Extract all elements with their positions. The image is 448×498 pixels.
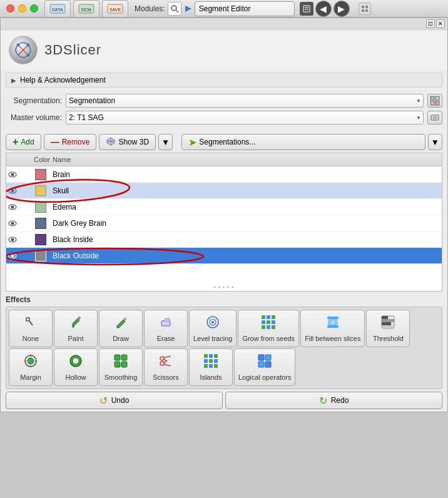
add-button[interactable]: + Add: [6, 134, 41, 150]
back-button[interactable]: ◀: [315, 1, 332, 17]
eye-icon[interactable]: [6, 171, 19, 178]
add-icon: +: [13, 136, 18, 148]
segmentations-button[interactable]: ➤ Segmentations...: [181, 134, 425, 150]
table-row[interactable]: Edema: [6, 199, 442, 215]
svg-rect-88: [204, 359, 208, 363]
show-3d-dropdown[interactable]: ▼: [158, 134, 173, 150]
pin-btn[interactable]: [300, 2, 313, 16]
erase-effect-button[interactable]: Erase: [144, 310, 188, 347]
islands-effect-button[interactable]: Islands: [189, 348, 233, 386]
segmentation-row: Segmentation: Segmentation ▼: [6, 94, 442, 108]
level-tracing-effect-button[interactable]: Level tracing: [189, 310, 237, 347]
title-bar: DATA DCM SAVE Modules:: [0, 0, 448, 18]
close-button[interactable]: [6, 4, 14, 13]
redo-label: Redo: [331, 396, 349, 405]
view-btn[interactable]: [359, 3, 371, 15]
svg-point-74: [73, 358, 79, 364]
volume-icon-btn[interactable]: [427, 111, 442, 124]
fill-between-slices-icon: [325, 315, 340, 332]
segmentations-dropdown[interactable]: ▼: [428, 134, 442, 150]
eye-icon[interactable]: [6, 188, 19, 194]
table-row[interactable]: Brain: [6, 166, 442, 183]
grow-from-seeds-icon: [261, 315, 276, 332]
maximize-button[interactable]: [30, 4, 38, 13]
redo-button[interactable]: ↻ Redo: [225, 392, 442, 409]
color-swatch-edema: [31, 200, 50, 214]
forward-button[interactable]: ▶: [333, 1, 350, 17]
svg-rect-93: [214, 364, 218, 368]
svg-rect-25: [435, 101, 439, 105]
svg-rect-26: [431, 115, 439, 120]
none-label: None: [23, 335, 39, 342]
segmentation-select-wrapper: Segmentation ▼: [66, 94, 424, 108]
master-volume-select[interactable]: 2: T1 SAG: [66, 111, 424, 124]
smoothing-effect-button[interactable]: Smoothing: [99, 348, 143, 386]
color-column-header: Color: [31, 155, 50, 165]
svg-point-30: [11, 173, 14, 176]
table-row[interactable]: Dark Grey Brain: [6, 215, 442, 231]
eye-icon[interactable]: [6, 236, 19, 243]
none-effect-button[interactable]: None: [9, 310, 53, 347]
svg-rect-78: [121, 362, 127, 367]
svg-rect-58: [327, 325, 339, 328]
none-icon: [23, 315, 38, 332]
margin-effect-button[interactable]: Margin: [9, 348, 53, 386]
data-btn[interactable]: DATA: [44, 0, 71, 18]
table-row[interactable]: Skull: [6, 183, 442, 199]
svg-rect-95: [265, 355, 271, 360]
svg-point-6: [171, 6, 176, 11]
hollow-effect-button[interactable]: Hollow: [54, 348, 98, 386]
svg-point-41: [11, 254, 14, 257]
svg-point-39: [11, 238, 14, 241]
color-swatch-black-inside: [31, 233, 50, 246]
level-tracing-label: Level tracing: [193, 335, 232, 342]
table-row[interactable]: Black Outside: [6, 248, 442, 264]
drag-handle[interactable]: • • • • •: [6, 283, 442, 291]
svg-rect-23: [435, 96, 439, 100]
name-column-header: Name: [50, 155, 442, 165]
svg-text:DCM: DCM: [81, 8, 91, 12]
segmentation-select[interactable]: Segmentation: [66, 94, 424, 108]
help-section: ▶ Help & Acknowledgement: [6, 73, 442, 88]
scissors-effect-button[interactable]: Scissors: [144, 348, 188, 386]
eye-icon[interactable]: [6, 204, 19, 210]
remove-button[interactable]: — Remove: [44, 134, 97, 150]
close-pane-btn[interactable]: ✕: [436, 19, 445, 28]
logical-operators-effect-button[interactable]: Logical operators: [234, 348, 295, 386]
segment-name-edema: Edema: [50, 201, 442, 213]
save-btn[interactable]: SAVE: [102, 0, 128, 18]
svg-line-84: [163, 361, 167, 363]
svg-point-80: [160, 362, 164, 365]
threshold-effect-button[interactable]: Threshold: [366, 310, 410, 347]
modules-label: Modules:: [135, 4, 165, 13]
undo-button[interactable]: ↺ Undo: [6, 392, 223, 409]
segment-table: Color Name Brain Skull: [6, 153, 442, 292]
segment-name-dark-grey-brain: Dark Grey Brain: [50, 218, 442, 229]
eye-icon[interactable]: [6, 253, 19, 259]
effects-section: Effects None Paint Draw: [6, 295, 442, 389]
dcm-btn[interactable]: DCM: [73, 0, 99, 18]
grow-from-seeds-effect-button[interactable]: Grow from seeds: [238, 310, 299, 347]
module-selector[interactable]: Segment Editor: [195, 1, 295, 16]
fill-between-slices-effect-button[interactable]: Fill between slices: [300, 310, 365, 347]
show-3d-button[interactable]: Show 3D: [99, 134, 156, 150]
segmentation-icon-btn[interactable]: [427, 94, 442, 108]
islands-icon: [203, 353, 218, 371]
draw-effect-button[interactable]: Draw: [99, 310, 143, 347]
svg-rect-24: [430, 101, 434, 105]
master-volume-row: Master volume: 2: T1 SAG ▼: [6, 111, 442, 124]
svg-rect-89: [209, 359, 213, 363]
paint-effect-button[interactable]: Paint: [54, 310, 98, 347]
svg-rect-15: [365, 9, 368, 12]
table-row[interactable]: Black Inside: [6, 231, 442, 248]
restore-btn[interactable]: ⊡: [426, 19, 435, 28]
svg-point-32: [11, 189, 14, 192]
app-name: 3DSlicer: [44, 42, 101, 58]
draw-label: Draw: [113, 335, 129, 342]
minimize-button[interactable]: [18, 4, 26, 13]
help-header[interactable]: ▶ Help & Acknowledgement: [6, 73, 442, 87]
search-box[interactable]: [168, 2, 181, 16]
svg-rect-76: [121, 355, 127, 360]
eye-icon[interactable]: [6, 220, 19, 226]
svg-line-7: [176, 10, 178, 13]
